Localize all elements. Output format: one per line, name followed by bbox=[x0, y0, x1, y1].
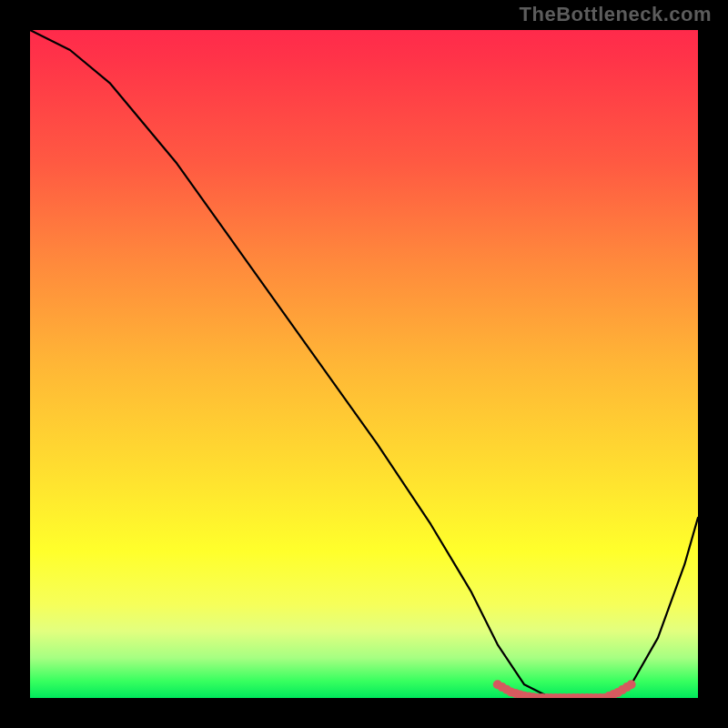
watermark-text: TheBottleneck.com bbox=[520, 3, 712, 26]
optimal-range-marker bbox=[493, 680, 636, 698]
curve-layer bbox=[30, 30, 698, 698]
bottleneck-curve-path bbox=[30, 30, 698, 698]
plot-area bbox=[30, 30, 698, 698]
marker-dot bbox=[627, 680, 636, 689]
chart-frame: TheBottleneck.com bbox=[0, 0, 728, 728]
